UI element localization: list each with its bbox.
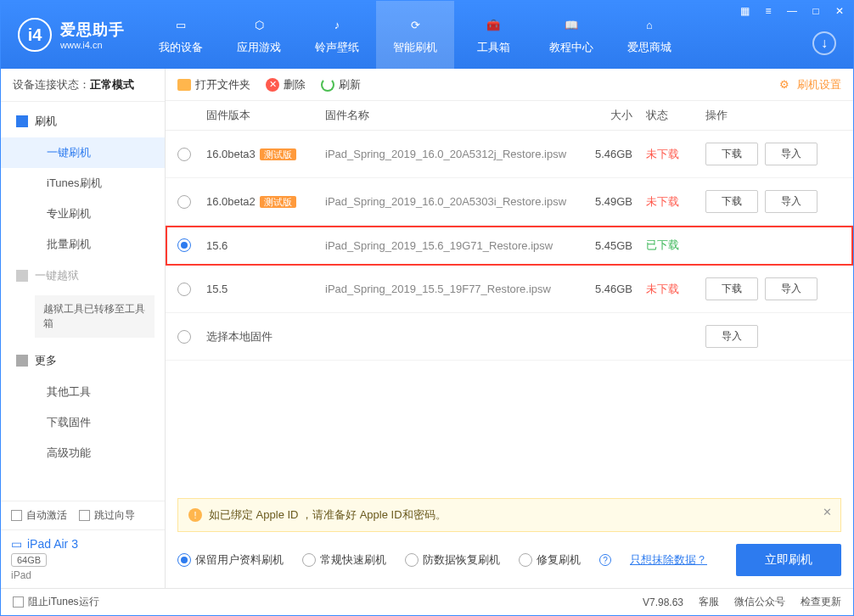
option-normal[interactable]: 常规快速刷机 xyxy=(302,552,386,568)
row-radio[interactable] xyxy=(177,330,191,344)
sidebar-group-more[interactable]: 更多 xyxy=(1,344,165,377)
nav-my-device[interactable]: ▭我的设备 xyxy=(142,1,220,69)
sidebar-item-download-fw[interactable]: 下载固件 xyxy=(1,407,165,438)
app-url: www.i4.cn xyxy=(60,40,125,50)
footer-service[interactable]: 客服 xyxy=(699,595,719,609)
action-bar: 保留用户资料刷机 常规快速刷机 防数据恢复刷机 修复刷机 ? 只想抹除数据？ 立… xyxy=(166,532,853,588)
beta-badge: 测试版 xyxy=(260,196,296,208)
grid-icon[interactable]: ▦ xyxy=(736,4,753,18)
auto-activate-checkbox[interactable]: 自动激活 xyxy=(11,508,67,523)
sidebar-item-itunes[interactable]: iTunes刷机 xyxy=(1,168,165,199)
folder-icon xyxy=(177,79,191,91)
beta-badge: 测试版 xyxy=(260,148,296,160)
option-repair[interactable]: 修复刷机 xyxy=(519,552,581,568)
toolbar: 打开文件夹 ✕删除 刷新 ⚙刷机设置 xyxy=(166,69,853,101)
device-type: iPad xyxy=(11,569,155,581)
help-icon[interactable]: ? xyxy=(599,554,611,566)
more-icon xyxy=(16,355,28,367)
logo-icon: i4 xyxy=(18,18,52,52)
sidebar-group-flash[interactable]: 刷机 xyxy=(1,105,165,137)
sidebar-item-pro[interactable]: 专业刷机 xyxy=(1,199,165,229)
apps-icon: ⬡ xyxy=(249,14,269,35)
import-button[interactable]: 导入 xyxy=(705,325,758,348)
list-icon[interactable]: ≡ xyxy=(760,4,777,18)
gear-icon: ⚙ xyxy=(779,78,793,92)
row-radio[interactable] xyxy=(177,238,191,252)
skip-guide-checkbox[interactable]: 跳过向导 xyxy=(79,508,135,523)
version-label: V7.98.63 xyxy=(643,596,683,608)
download-button[interactable]: 下载 xyxy=(705,143,758,165)
minimize-icon[interactable]: — xyxy=(784,4,801,18)
footer-wechat[interactable]: 微信公众号 xyxy=(734,595,785,609)
warning-icon: ! xyxy=(188,508,202,522)
sidebar: 设备连接状态：正常模式 刷机 一键刷机 iTunes刷机 专业刷机 批量刷机 一… xyxy=(1,69,166,588)
refresh-icon xyxy=(321,78,334,92)
lock-icon xyxy=(16,270,28,282)
sidebar-item-batch[interactable]: 批量刷机 xyxy=(1,229,165,260)
device-status: 设备连接状态：正常模式 xyxy=(1,69,165,102)
firmware-table: 16.0beta3测试版iPad_Spring_2019_16.0_20A531… xyxy=(166,131,853,498)
option-keep-data[interactable]: 保留用户资料刷机 xyxy=(177,552,284,568)
import-button[interactable]: 导入 xyxy=(765,143,817,165)
footer-check-update[interactable]: 检查更新 xyxy=(801,595,841,609)
flash-settings-button[interactable]: ⚙刷机设置 xyxy=(779,77,841,92)
window-controls: ▦ ≡ — □ ✕ xyxy=(736,4,848,18)
table-header: 固件版本 固件名称 大小 状态 操作 xyxy=(166,101,853,131)
book-icon: 📖 xyxy=(561,14,582,35)
nav-flash[interactable]: ⟳智能刷机 xyxy=(376,1,454,69)
table-row[interactable]: 16.0beta3测试版iPad_Spring_2019_16.0_20A531… xyxy=(166,131,853,178)
top-nav: ▭我的设备 ⬡应用游戏 ♪铃声壁纸 ⟳智能刷机 🧰工具箱 📖教程中心 ⌂爱思商城 xyxy=(142,1,688,69)
import-button[interactable]: 导入 xyxy=(765,277,817,300)
open-folder-button[interactable]: 打开文件夹 xyxy=(177,77,250,92)
download-manager-icon[interactable]: ↓ xyxy=(812,31,836,55)
delete-icon: ✕ xyxy=(266,78,279,92)
footer: 阻止iTunes运行 V7.98.63 客服 微信公众号 检查更新 xyxy=(1,588,853,615)
sidebar-item-oneclick[interactable]: 一键刷机 xyxy=(1,137,165,168)
nav-apps[interactable]: ⬡应用游戏 xyxy=(220,1,298,69)
sidebar-group-jailbreak[interactable]: 一键越狱 xyxy=(1,260,165,292)
row-radio[interactable] xyxy=(177,148,191,161)
flash-now-button[interactable]: 立即刷机 xyxy=(736,544,841,576)
table-row[interactable]: 15.6iPad_Spring_2019_15.6_19G71_Restore.… xyxy=(166,226,853,266)
table-row[interactable]: 16.0beta2测试版iPad_Spring_2019_16.0_20A530… xyxy=(166,178,853,226)
phone-icon: ▭ xyxy=(171,14,191,35)
option-anti-recovery[interactable]: 防数据恢复刷机 xyxy=(405,552,500,568)
jailbreak-note: 越狱工具已转移至工具箱 xyxy=(35,295,155,338)
app-title: 爱思助手 xyxy=(60,20,125,40)
refresh-button[interactable]: 刷新 xyxy=(321,77,361,92)
main-panel: 打开文件夹 ✕删除 刷新 ⚙刷机设置 固件版本 固件名称 大小 状态 操作 16… xyxy=(166,69,853,588)
row-radio[interactable] xyxy=(177,283,191,296)
store-icon: ⌂ xyxy=(639,14,660,35)
app-header: i4 爱思助手 www.i4.cn ▭我的设备 ⬡应用游戏 ♪铃声壁纸 ⟳智能刷… xyxy=(1,1,853,69)
sidebar-item-advanced[interactable]: 高级功能 xyxy=(1,438,165,468)
music-icon: ♪ xyxy=(327,14,347,35)
capacity-badge: 64GB xyxy=(11,553,47,567)
close-icon[interactable]: ✕ xyxy=(831,4,848,18)
download-button[interactable]: 下载 xyxy=(705,190,758,213)
refresh-icon: ⟳ xyxy=(405,14,425,35)
table-row-local[interactable]: 选择本地固件导入 xyxy=(166,313,853,361)
nav-toolbox[interactable]: 🧰工具箱 xyxy=(454,1,532,69)
toolbox-icon: 🧰 xyxy=(483,14,503,35)
sidebar-item-other[interactable]: 其他工具 xyxy=(1,377,165,407)
block-itunes-checkbox[interactable]: 阻止iTunes运行 xyxy=(13,595,99,609)
row-radio[interactable] xyxy=(177,195,191,209)
download-button[interactable]: 下载 xyxy=(705,277,758,300)
nav-ringtones[interactable]: ♪铃声壁纸 xyxy=(298,1,376,69)
table-row[interactable]: 15.5iPad_Spring_2019_15.5_19F77_Restore.… xyxy=(166,266,853,313)
nav-store[interactable]: ⌂爱思商城 xyxy=(610,1,688,69)
tablet-icon: ▭ xyxy=(11,537,22,551)
device-info[interactable]: ▭iPad Air 3 64GB iPad xyxy=(1,529,165,588)
warning-close-icon[interactable]: ✕ xyxy=(823,506,832,518)
square-icon xyxy=(16,115,28,127)
warning-bar: ! 如已绑定 Apple ID ，请准备好 Apple ID和密码。 ✕ xyxy=(177,498,841,532)
nav-tutorials[interactable]: 📖教程中心 xyxy=(532,1,610,69)
maximize-icon[interactable]: □ xyxy=(807,4,824,18)
logo-area: i4 爱思助手 www.i4.cn xyxy=(1,18,142,52)
import-button[interactable]: 导入 xyxy=(765,190,817,213)
delete-button[interactable]: ✕删除 xyxy=(266,77,306,92)
erase-link[interactable]: 只想抹除数据？ xyxy=(630,552,707,568)
